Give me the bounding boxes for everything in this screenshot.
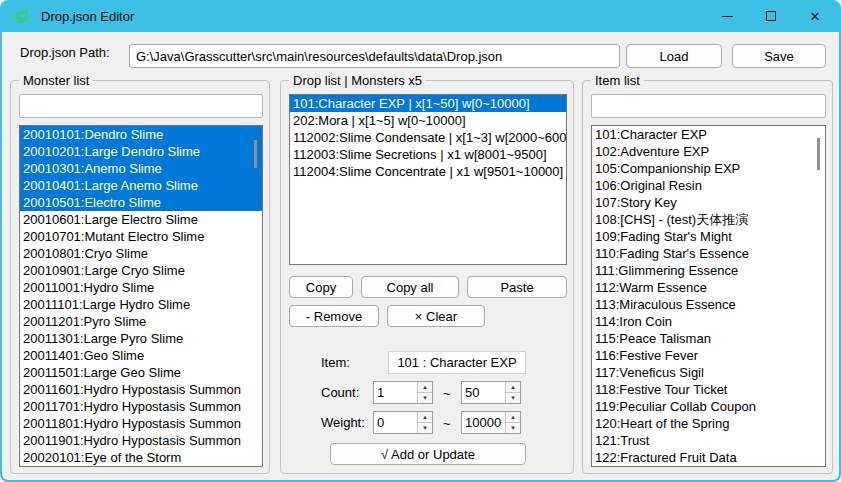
list-item[interactable]: 112004:Slime Concentrate | x1 w[9501~100… bbox=[290, 163, 566, 180]
item-list-scrollbar[interactable] bbox=[817, 138, 820, 170]
spin-up-icon[interactable]: ▲ bbox=[418, 412, 432, 423]
count-label: Count: bbox=[321, 385, 359, 400]
maximize-icon[interactable] bbox=[749, 0, 793, 32]
path-toolbar: Drop.json Path: Load Save bbox=[2, 32, 839, 76]
item-list-title: Item list bbox=[591, 73, 644, 88]
list-item[interactable]: 20011401:Geo Slime bbox=[20, 347, 262, 364]
list-item[interactable]: 112003:Slime Secretions | x1 w[8001~9500… bbox=[290, 146, 566, 163]
list-item[interactable]: 20010201:Large Dendro Slime bbox=[20, 143, 262, 160]
list-item[interactable]: 20010401:Large Anemo Slime bbox=[20, 177, 262, 194]
list-item[interactable]: 109:Fading Star's Might bbox=[592, 228, 825, 245]
minimize-icon[interactable] bbox=[705, 0, 749, 32]
weight-label: Weight: bbox=[321, 415, 365, 430]
list-item[interactable]: 20010301:Anemo Slime bbox=[20, 160, 262, 177]
count-min-input[interactable] bbox=[374, 382, 417, 403]
app-window: Drop.json Editor ✕ Drop.json Path: Load … bbox=[0, 0, 841, 482]
drop-listbox[interactable]: 101:Character EXP | x[1~50] w[0~10000]20… bbox=[289, 94, 567, 265]
paste-button[interactable]: Paste bbox=[467, 276, 567, 298]
list-item[interactable]: 116:Festive Fever bbox=[592, 347, 825, 364]
list-item[interactable]: 112:Warm Essence bbox=[592, 279, 825, 296]
path-label: Drop.json Path: bbox=[20, 45, 110, 60]
item-list-panel: Item list 101:Character EXP102:Adventure… bbox=[582, 80, 833, 474]
weight-max-stepper[interactable]: ▲▼ bbox=[461, 411, 521, 434]
drop-list-title: Drop list | Monsters x5 bbox=[289, 73, 426, 88]
title-bar: Drop.json Editor ✕ bbox=[2, 0, 839, 32]
list-item[interactable]: 113:Miraculous Essence bbox=[592, 296, 825, 313]
spin-down-icon[interactable]: ▼ bbox=[506, 393, 520, 403]
window-title: Drop.json Editor bbox=[41, 9, 134, 24]
list-item[interactable]: 102:Adventure EXP bbox=[592, 143, 825, 160]
monster-listbox[interactable]: 20010101:Dendro Slime20010201:Large Dend… bbox=[19, 125, 263, 467]
item-listbox[interactable]: 101:Character EXP102:Adventure EXP105:Co… bbox=[591, 125, 826, 467]
count-max-stepper[interactable]: ▲▼ bbox=[461, 381, 521, 404]
list-item[interactable]: 117:Veneficus Sigil bbox=[592, 364, 825, 381]
spin-down-icon[interactable]: ▼ bbox=[506, 423, 520, 433]
list-item[interactable]: 20011201:Pyro Slime bbox=[20, 313, 262, 330]
monster-list-title: Monster list bbox=[19, 73, 93, 88]
count-range-separator: ~ bbox=[443, 386, 451, 401]
list-item[interactable]: 20010801:Cryo Slime bbox=[20, 245, 262, 262]
list-item[interactable]: 20010901:Large Cryo Slime bbox=[20, 262, 262, 279]
list-item[interactable]: 115:Peace Talisman bbox=[592, 330, 825, 347]
path-input[interactable] bbox=[129, 44, 620, 68]
weight-max-input[interactable] bbox=[462, 412, 505, 433]
list-item[interactable]: 20011501:Large Geo Slime bbox=[20, 364, 262, 381]
spin-up-icon[interactable]: ▲ bbox=[418, 382, 432, 393]
spin-down-icon[interactable]: ▼ bbox=[418, 423, 432, 433]
item-value-field: 101 : Character EXP bbox=[388, 351, 526, 374]
list-item[interactable]: 20011001:Hydro Slime bbox=[20, 279, 262, 296]
window-controls: ✕ bbox=[705, 0, 837, 32]
copy-button[interactable]: Copy bbox=[289, 276, 353, 298]
count-min-stepper[interactable]: ▲▼ bbox=[373, 381, 433, 404]
list-item[interactable]: 119:Peculiar Collab Coupon bbox=[592, 398, 825, 415]
list-item[interactable]: 20011901:Hydro Hypostasis Summon bbox=[20, 432, 262, 449]
remove-button[interactable]: - Remove bbox=[289, 305, 379, 327]
list-item[interactable]: 202:Mora | x[1~5] w[0~10000] bbox=[290, 112, 566, 129]
list-item[interactable]: 105:Companionship EXP bbox=[592, 160, 825, 177]
list-item[interactable]: 20011301:Large Pyro Slime bbox=[20, 330, 262, 347]
list-item[interactable]: 118:Festive Tour Ticket bbox=[592, 381, 825, 398]
list-item[interactable]: 20010701:Mutant Electro Slime bbox=[20, 228, 262, 245]
close-icon[interactable]: ✕ bbox=[793, 0, 837, 32]
list-item[interactable]: 20020101:Eye of the Storm bbox=[20, 449, 262, 466]
list-item[interactable]: 114:Iron Coin bbox=[592, 313, 825, 330]
weight-min-input[interactable] bbox=[374, 412, 417, 433]
list-item[interactable]: 122:Fractured Fruit Data bbox=[592, 449, 825, 466]
load-button[interactable]: Load bbox=[626, 44, 722, 68]
list-item[interactable]: 111:Glimmering Essence bbox=[592, 262, 825, 279]
add-or-update-button[interactable]: √ Add or Update bbox=[330, 443, 526, 465]
list-item[interactable]: 112002:Slime Condensate | x[1~3] w[2000~… bbox=[290, 129, 566, 146]
weight-min-stepper[interactable]: ▲▼ bbox=[373, 411, 433, 434]
save-button[interactable]: Save bbox=[732, 44, 826, 68]
monster-list-scrollbar[interactable] bbox=[254, 140, 257, 168]
item-search-input[interactable] bbox=[591, 94, 826, 118]
item-label: Item: bbox=[321, 355, 350, 370]
copy-all-button[interactable]: Copy all bbox=[361, 276, 459, 298]
list-item[interactable]: 20010601:Large Electro Slime bbox=[20, 211, 262, 228]
list-item[interactable]: 20011801:Hydro Hypostasis Summon bbox=[20, 415, 262, 432]
monster-list-panel: Monster list 20010101:Dendro Slime200102… bbox=[10, 80, 270, 474]
list-item[interactable]: 106:Original Resin bbox=[592, 177, 825, 194]
list-item[interactable]: 20010501:Electro Slime bbox=[20, 194, 262, 211]
list-item[interactable]: 101:Character EXP | x[1~50] w[0~10000] bbox=[290, 95, 566, 112]
spin-up-icon[interactable]: ▲ bbox=[506, 382, 520, 393]
list-item[interactable]: 20011601:Hydro Hypostasis Summon bbox=[20, 381, 262, 398]
spin-up-icon[interactable]: ▲ bbox=[506, 412, 520, 423]
list-item[interactable]: 108:[CHS] - (test)天体推演 bbox=[592, 211, 825, 228]
list-item[interactable]: 20010101:Dendro Slime bbox=[20, 126, 262, 143]
list-item[interactable]: 20011101:Large Hydro Slime bbox=[20, 296, 262, 313]
monster-search-input[interactable] bbox=[19, 94, 263, 118]
app-megaphone-icon bbox=[13, 7, 33, 25]
count-max-input[interactable] bbox=[462, 382, 505, 403]
list-item[interactable]: 101:Character EXP bbox=[592, 126, 825, 143]
list-item[interactable]: 120:Heart of the Spring bbox=[592, 415, 825, 432]
list-item[interactable]: 110:Fading Star's Essence bbox=[592, 245, 825, 262]
clear-button[interactable]: × Clear bbox=[387, 305, 485, 327]
list-item[interactable]: 107:Story Key bbox=[592, 194, 825, 211]
spin-down-icon[interactable]: ▼ bbox=[418, 393, 432, 403]
list-item[interactable]: 20011701:Hydro Hypostasis Summon bbox=[20, 398, 262, 415]
weight-range-separator: ~ bbox=[443, 416, 451, 431]
drop-list-panel: Drop list | Monsters x5 101:Character EX… bbox=[280, 80, 574, 474]
list-item[interactable]: 121:Trust bbox=[592, 432, 825, 449]
